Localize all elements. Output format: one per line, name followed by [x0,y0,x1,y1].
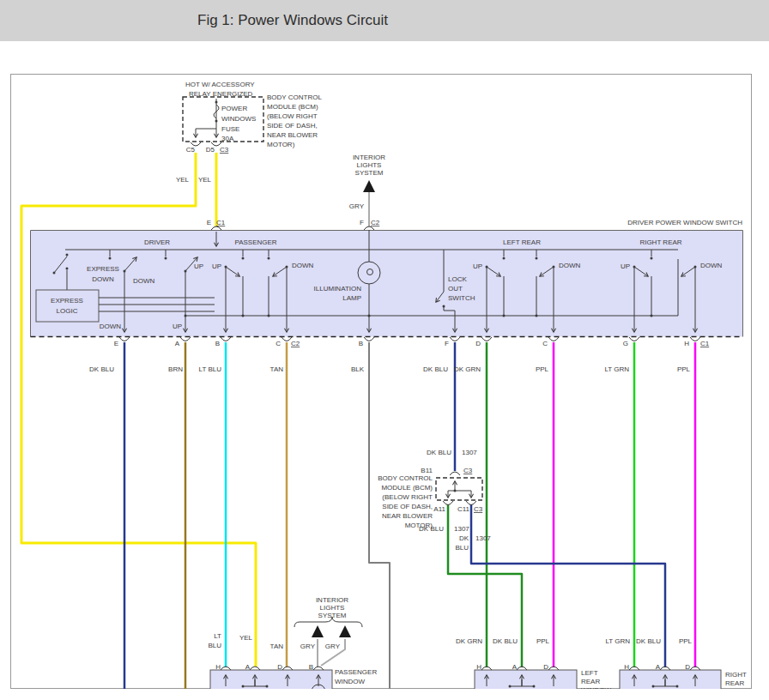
svg-text:REAR: REAR [581,678,600,685]
svg-text:F: F [445,340,449,347]
svg-text:C1: C1 [700,340,710,347]
svg-text:G: G [623,340,628,347]
svg-text:DOWN: DOWN [292,262,314,269]
svg-text:YEL: YEL [239,634,253,642]
fuse-name-1: POWER [221,105,247,112]
svg-text:TAN: TAN [270,365,284,373]
switch-bottom-connectors: E A B C C2 B F D C G H C1 [114,337,710,347]
svg-text:DK GRN: DK GRN [456,637,482,645]
svg-text:REAR: REAR [725,679,744,687]
bcm-module: DK BLU 1307 B11 C3 A11 C11 C3 BODY CONTR… [378,449,491,552]
interior-lights-bottom: INTERIOR LIGHTS SYSTEM GRY GRY [294,596,362,650]
svg-text:C11: C11 [457,505,470,513]
screenshot-root: Fig 1: Power Windows Circuit [0,0,769,700]
svg-text:SWITCH: SWITCH [335,687,362,695]
up-arrow-icon [312,625,324,637]
svg-text:WINDOW: WINDOW [725,688,756,696]
svg-text:UP: UP [194,262,203,270]
svg-text:DK BLU: DK BLU [636,637,661,645]
wiring-diagram: HOT W/ ACCESSORY RELAY ENERGIZED POWER W… [0,0,769,700]
svg-text:C3: C3 [474,505,483,513]
svg-text:EXPRESS: EXPRESS [87,265,119,273]
svg-text:DK BLU: DK BLU [419,525,444,533]
svg-text:PPL: PPL [536,637,550,645]
logic-label: LOGIC [57,307,78,315]
svg-text:LAMP: LAMP [342,294,361,302]
svg-text:PASSENGER: PASSENGER [335,668,377,676]
svg-text:GRY: GRY [300,643,316,650]
svg-text:H: H [684,340,689,347]
svg-text:ILLUMINATION: ILLUMINATION [314,285,362,293]
label-yel-2: YEL [198,176,212,184]
svg-text:LT BLU: LT BLU [199,365,222,373]
svg-text:B: B [215,340,220,347]
svg-text:NEAR BLOWER: NEAR BLOWER [267,131,318,139]
fuse-name-2: WINDOWS [221,115,256,123]
conn-f-top: F [360,219,364,226]
svg-text:SIDE OF DASH,: SIDE OF DASH, [267,122,318,130]
svg-text:LEFT: LEFT [581,669,598,677]
conn-c3: C3 [220,146,229,154]
svg-text:E: E [114,340,118,347]
svg-text:SWITCH: SWITCH [448,294,475,302]
fuse-name-4: 30A [221,135,234,142]
svg-text:DK BLU: DK BLU [493,637,518,645]
fuse-name-3: FUSE [221,125,239,133]
svg-text:EXPRESS: EXPRESS [51,297,83,305]
svg-text:BODY CONTROL: BODY CONTROL [267,94,322,101]
svg-text:DOWN: DOWN [100,323,122,330]
fuse-box-group: HOT W/ ACCESSORY RELAY ENERGIZED POWER W… [176,81,323,184]
section-left-rear: LEFT REAR [503,238,541,246]
svg-text:GRY: GRY [325,643,341,650]
svg-text:1307: 1307 [454,525,469,533]
svg-text:C: C [276,340,281,347]
svg-text:SIDE OF DASH,: SIDE OF DASH, [382,503,433,510]
svg-text:DK BLU: DK BLU [423,365,448,373]
svg-text:DK BLU: DK BLU [89,365,114,373]
svg-text:DOWN: DOWN [133,277,155,285]
svg-text:PPL: PPL [679,637,693,645]
bcm-note-top: BODY CONTROL MODULE (BCM) (BELOW RIGHT S… [267,94,322,148]
svg-text:B11: B11 [421,467,433,474]
svg-text:A: A [175,340,180,347]
passenger-window-switch-box: PASSENGER WINDOW SWITCH [210,667,377,698]
svg-text:DOWN: DOWN [559,262,581,269]
svg-text:C3: C3 [463,467,473,474]
svg-text:DK BLU: DK BLU [427,449,451,456]
svg-text:MODULE (BCM): MODULE (BCM) [381,484,433,492]
svg-text:UP: UP [621,262,630,270]
wire-yel-c5 [21,153,256,667]
svg-text:BLU: BLU [455,544,469,552]
left-rear-window-box: LEFT REAR WINDOW [475,667,612,694]
svg-text:C2: C2 [291,340,300,347]
svg-text:UP: UP [173,323,182,330]
svg-text:PPL: PPL [536,365,549,373]
svg-text:INTERIOR: INTERIOR [353,154,385,161]
svg-text:C: C [542,340,548,347]
conn-e-top: E [207,219,211,226]
driver-power-window-switch: DRIVER POWER WINDOW SWITCH DRIVER PASSEN… [31,219,743,337]
bcm-note-mid: BODY CONTROL MODULE (BCM) (BELOW RIGHT S… [378,474,433,529]
svg-text:RIGHT: RIGHT [725,671,747,679]
label-yel-1: YEL [176,176,190,184]
svg-text:1307: 1307 [462,449,477,456]
svg-text:UP: UP [212,262,221,270]
interior-lights-top: INTERIOR LIGHTS SYSTEM GRY [349,154,386,210]
bcm-box [436,478,482,500]
svg-text:LT GRN: LT GRN [605,637,630,645]
svg-text:D: D [475,340,481,347]
svg-text:(BELOW RIGHT: (BELOW RIGHT [382,493,433,501]
svg-text:INTERIOR: INTERIOR [316,596,348,604]
conn-d5: D5 [206,146,215,154]
svg-text:1307: 1307 [475,534,491,542]
svg-text:OUT: OUT [448,285,463,293]
svg-text:DK: DK [459,534,469,542]
svg-text:WINDOW: WINDOW [335,678,366,685]
wire-color-labels: DK BLU BRN LT BLU TAN BLK DK BLU DK GRN … [89,365,690,373]
conn-c5: C5 [186,146,196,154]
svg-text:MODULE (BCM): MODULE (BCM) [267,103,318,111]
svg-text:LT GRN: LT GRN [604,365,629,373]
right-rear-window-box: RIGHT REAR WINDOW [620,667,756,696]
svg-text:BLU: BLU [208,642,221,649]
svg-text:PPL: PPL [677,365,691,373]
